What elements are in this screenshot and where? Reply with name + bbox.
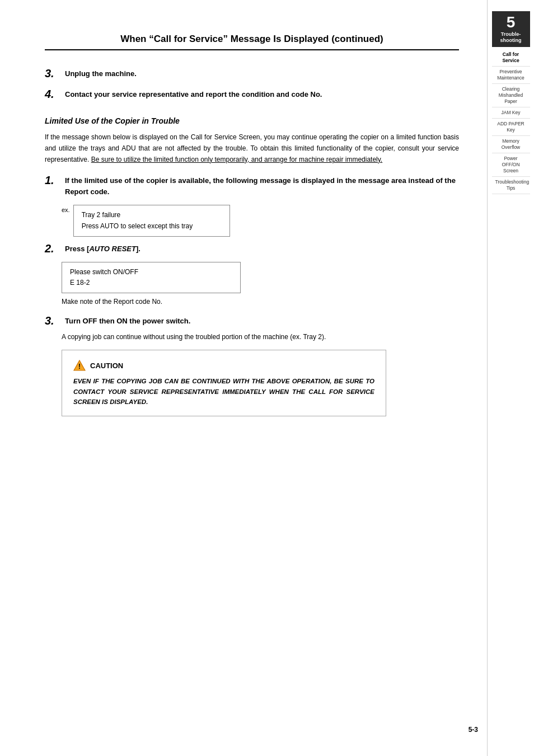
- caution-label: CAUTION: [90, 361, 123, 370]
- example-line1: Tray 2 failure: [82, 210, 222, 220]
- main-content: When “Call for Service” Message Is Displ…: [0, 0, 487, 756]
- sub-step-2-text: Press [AUTO RESET].: [65, 242, 140, 255]
- svg-text:!: !: [78, 363, 81, 370]
- sub-step-3: 3. Turn OFF then ON the power switch.: [45, 314, 459, 327]
- page-header: When “Call for Service” Message Is Displ…: [45, 34, 459, 50]
- step-3-row: 3. Unplug the machine.: [45, 67, 459, 80]
- sub-step-3-num: 3.: [45, 314, 63, 327]
- example-box: ex. Tray 2 failure Press AUTO to select …: [62, 205, 459, 236]
- step-4-text: Contact your service representative and …: [65, 88, 322, 100]
- chapter-label: Trouble-shooting: [494, 31, 528, 44]
- switch-msg-line1: Please switch ON/OFF: [70, 267, 232, 278]
- sidebar-item-add-paper-key[interactable]: ADD PAPER Key: [492, 119, 530, 136]
- sidebar-item-clearing-mishandled-paper[interactable]: Clearing Mishandled Paper: [492, 84, 530, 107]
- caution-box: ! CAUTION EVEN IF THE COPYING JOB CAN BE…: [62, 350, 386, 416]
- step-3-text: Unplug the machine.: [65, 67, 137, 79]
- sidebar-item-call-for-service[interactable]: Call for Service: [492, 49, 530, 67]
- step-3-num: 3.: [45, 67, 63, 80]
- sidebar-item-jam-key[interactable]: JAM Key: [492, 107, 530, 119]
- switch-msg-line2: E 18-2: [70, 278, 232, 288]
- sub-step-1-num: 1.: [45, 174, 63, 187]
- caution-title-row: ! CAUTION: [73, 359, 374, 372]
- example-label: ex.: [62, 205, 70, 213]
- limited-use-title: Limited Use of the Copier in Trouble: [45, 116, 459, 125]
- caution-text: EVEN IF THE COPYING JOB CAN BE CONTINUED…: [73, 376, 374, 407]
- page-number: 5-3: [469, 726, 478, 734]
- example-line2: Press AUTO to select except this tray: [82, 221, 222, 232]
- page-title: When “Call for Service” Message Is Displ…: [45, 34, 459, 45]
- sub-step-2: 2. Press [AUTO RESET].: [45, 242, 459, 255]
- sub-step-1-text: If the limited use of the copier is avai…: [65, 174, 459, 197]
- chapter-num: 5: [494, 15, 528, 30]
- example-message-box: Tray 2 failure Press AUTO to select exce…: [73, 205, 230, 236]
- caution-icon: !: [73, 359, 86, 372]
- limited-use-body: If the message shown below is displayed …: [45, 132, 459, 165]
- report-note: Make note of the Report code No.: [62, 298, 459, 306]
- sidebar-chapter: 5 Trouble-shooting: [492, 11, 530, 47]
- sub-step-3-detail: A copying job can continue without using…: [62, 332, 459, 342]
- sidebar-item-power-offon-screen[interactable]: Power OFF/ON Screen: [492, 153, 530, 177]
- sub-step-1: 1. If the limited use of the copier is a…: [45, 174, 459, 197]
- sidebar-item-troubleshooting-tips[interactable]: Troubleshooting Tips: [492, 177, 530, 194]
- sub-step-3-text: Turn OFF then ON the power switch.: [65, 314, 190, 327]
- switch-message-box: Please switch ON/OFF E 18-2: [62, 262, 241, 293]
- sidebar: 5 Trouble-shooting Call for Service Prev…: [487, 0, 534, 756]
- sub-step-2-num: 2.: [45, 242, 63, 255]
- page-container: When “Call for Service” Message Is Displ…: [0, 0, 534, 756]
- sidebar-item-preventive-maintenance[interactable]: Preventive Maintenance: [492, 67, 530, 84]
- step-4-num: 4.: [45, 88, 63, 101]
- step-4-row: 4. Contact your service representative a…: [45, 88, 459, 101]
- sidebar-item-memory-overflow[interactable]: Memory Overflow: [492, 136, 530, 153]
